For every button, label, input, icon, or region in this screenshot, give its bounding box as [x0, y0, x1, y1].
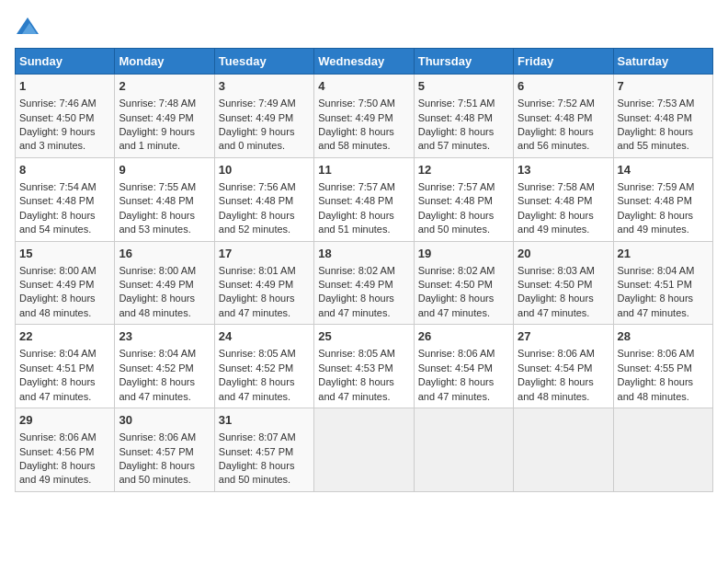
day-number: 20 [518, 246, 609, 262]
daylight-label: Daylight: 8 hours and 47 minutes. [219, 376, 295, 401]
sunrise-label: Sunrise: 7:58 AM [518, 181, 595, 192]
sunrise-label: Sunrise: 8:01 AM [219, 265, 296, 276]
day-number: 5 [418, 78, 509, 95]
sunrise-label: Sunrise: 8:03 AM [518, 265, 595, 276]
sunset-label: Sunset: 4:50 PM [19, 112, 94, 123]
daylight-label: Daylight: 8 hours and 47 minutes. [119, 376, 195, 401]
day-cell-5: 5Sunrise: 7:51 AMSunset: 4:48 PMDaylight… [414, 75, 513, 158]
day-number: 9 [119, 162, 210, 178]
day-cell-29: 29Sunrise: 8:06 AMSunset: 4:56 PMDayligh… [16, 408, 115, 492]
sunset-label: Sunset: 4:49 PM [318, 279, 392, 290]
logo-icon [17, 15, 39, 37]
logo [15, 15, 39, 37]
daylight-label: Daylight: 8 hours and 47 minutes. [518, 293, 594, 317]
sunset-label: Sunset: 4:49 PM [119, 279, 193, 290]
sunrise-label: Sunrise: 8:05 AM [219, 348, 296, 359]
daylight-label: Daylight: 8 hours and 47 minutes. [618, 293, 694, 317]
day-cell-31: 31Sunrise: 8:07 AMSunset: 4:57 PMDayligh… [214, 408, 313, 492]
week-row-5: 29Sunrise: 8:06 AMSunset: 4:56 PMDayligh… [16, 408, 713, 492]
sunrise-label: Sunrise: 7:49 AM [219, 98, 296, 109]
day-cell-12: 12Sunrise: 7:57 AMSunset: 4:48 PMDayligh… [414, 157, 513, 241]
daylight-label: Daylight: 8 hours and 48 minutes. [518, 376, 594, 401]
sunset-label: Sunset: 4:51 PM [19, 362, 94, 373]
day-number: 28 [618, 328, 709, 345]
header-day-wednesday: Wednesday [314, 49, 414, 75]
day-cell-30: 30Sunrise: 8:06 AMSunset: 4:57 PMDayligh… [115, 408, 214, 492]
daylight-label: Daylight: 8 hours and 49 minutes. [618, 210, 694, 235]
empty-cell [613, 408, 712, 492]
day-number: 21 [618, 246, 709, 262]
sunset-label: Sunset: 4:48 PM [518, 112, 592, 123]
day-number: 22 [19, 328, 110, 345]
day-number: 14 [618, 162, 709, 178]
day-cell-21: 21Sunrise: 8:04 AMSunset: 4:51 PMDayligh… [613, 241, 712, 325]
day-cell-7: 7Sunrise: 7:53 AMSunset: 4:48 PMDaylight… [613, 75, 712, 158]
sunrise-label: Sunrise: 8:06 AM [618, 348, 695, 359]
sunset-label: Sunset: 4:49 PM [219, 279, 293, 290]
sunset-label: Sunset: 4:50 PM [518, 279, 592, 290]
empty-cell [414, 408, 513, 492]
sunrise-label: Sunrise: 8:06 AM [518, 348, 595, 359]
day-number: 29 [19, 412, 110, 429]
day-cell-27: 27Sunrise: 8:06 AMSunset: 4:54 PMDayligh… [514, 325, 613, 408]
sunrise-label: Sunrise: 8:00 AM [119, 265, 196, 276]
sunrise-label: Sunrise: 8:02 AM [318, 265, 395, 276]
sunset-label: Sunset: 4:52 PM [219, 362, 293, 373]
sunset-label: Sunset: 4:55 PM [618, 362, 692, 373]
sunset-label: Sunset: 4:56 PM [19, 446, 94, 457]
sunrise-label: Sunrise: 7:59 AM [618, 181, 695, 192]
header [15, 15, 713, 37]
day-number: 11 [318, 162, 409, 178]
week-row-2: 8Sunrise: 7:54 AMSunset: 4:48 PMDaylight… [16, 157, 713, 241]
sunset-label: Sunset: 4:48 PM [418, 195, 493, 206]
sunset-label: Sunset: 4:48 PM [19, 195, 94, 206]
day-number: 30 [119, 412, 210, 429]
daylight-label: Daylight: 9 hours and 1 minute. [119, 126, 195, 151]
day-number: 6 [518, 78, 609, 95]
day-number: 4 [318, 78, 409, 95]
day-cell-3: 3Sunrise: 7:49 AMSunset: 4:49 PMDaylight… [214, 75, 313, 158]
day-cell-24: 24Sunrise: 8:05 AMSunset: 4:52 PMDayligh… [214, 325, 313, 408]
sunrise-label: Sunrise: 7:57 AM [418, 181, 495, 192]
header-day-sunday: Sunday [16, 49, 115, 75]
day-cell-23: 23Sunrise: 8:04 AMSunset: 4:52 PMDayligh… [115, 325, 214, 408]
day-cell-4: 4Sunrise: 7:50 AMSunset: 4:49 PMDaylight… [314, 75, 414, 158]
day-cell-11: 11Sunrise: 7:57 AMSunset: 4:48 PMDayligh… [314, 157, 414, 241]
header-day-tuesday: Tuesday [214, 49, 313, 75]
sunset-label: Sunset: 4:53 PM [318, 362, 392, 373]
day-number: 23 [119, 328, 210, 345]
header-row: SundayMondayTuesdayWednesdayThursdayFrid… [16, 49, 713, 75]
day-cell-26: 26Sunrise: 8:06 AMSunset: 4:54 PMDayligh… [414, 325, 513, 408]
daylight-label: Daylight: 8 hours and 51 minutes. [318, 210, 394, 235]
sunrise-label: Sunrise: 8:04 AM [119, 348, 196, 359]
calendar-table: SundayMondayTuesdayWednesdayThursdayFrid… [15, 48, 713, 492]
day-cell-22: 22Sunrise: 8:04 AMSunset: 4:51 PMDayligh… [16, 325, 115, 408]
day-cell-14: 14Sunrise: 7:59 AMSunset: 4:48 PMDayligh… [613, 157, 712, 241]
day-number: 8 [19, 162, 110, 178]
sunset-label: Sunset: 4:51 PM [618, 279, 692, 290]
daylight-label: Daylight: 8 hours and 49 minutes. [19, 460, 96, 485]
day-number: 19 [418, 246, 509, 262]
sunset-label: Sunset: 4:48 PM [618, 112, 692, 123]
day-number: 24 [219, 328, 310, 345]
daylight-label: Daylight: 8 hours and 50 minutes. [119, 460, 195, 485]
day-cell-28: 28Sunrise: 8:06 AMSunset: 4:55 PMDayligh… [613, 325, 712, 408]
sunset-label: Sunset: 4:54 PM [518, 362, 592, 373]
sunset-label: Sunset: 4:49 PM [219, 112, 293, 123]
day-number: 15 [19, 246, 110, 262]
sunrise-label: Sunrise: 7:48 AM [119, 98, 196, 109]
daylight-label: Daylight: 8 hours and 57 minutes. [418, 126, 495, 151]
sunset-label: Sunset: 4:48 PM [518, 195, 592, 206]
day-number: 25 [318, 328, 409, 345]
daylight-label: Daylight: 8 hours and 47 minutes. [418, 293, 495, 317]
sunrise-label: Sunrise: 8:06 AM [19, 431, 97, 442]
day-number: 12 [418, 162, 509, 178]
sunset-label: Sunset: 4:49 PM [19, 279, 94, 290]
daylight-label: Daylight: 8 hours and 47 minutes. [418, 376, 495, 401]
sunset-label: Sunset: 4:50 PM [418, 279, 493, 290]
day-cell-13: 13Sunrise: 7:58 AMSunset: 4:48 PMDayligh… [514, 157, 613, 241]
daylight-label: Daylight: 8 hours and 48 minutes. [119, 293, 195, 317]
day-cell-9: 9Sunrise: 7:55 AMSunset: 4:48 PMDaylight… [115, 157, 214, 241]
daylight-label: Daylight: 8 hours and 50 minutes. [418, 210, 495, 235]
sunrise-label: Sunrise: 7:46 AM [19, 98, 97, 109]
